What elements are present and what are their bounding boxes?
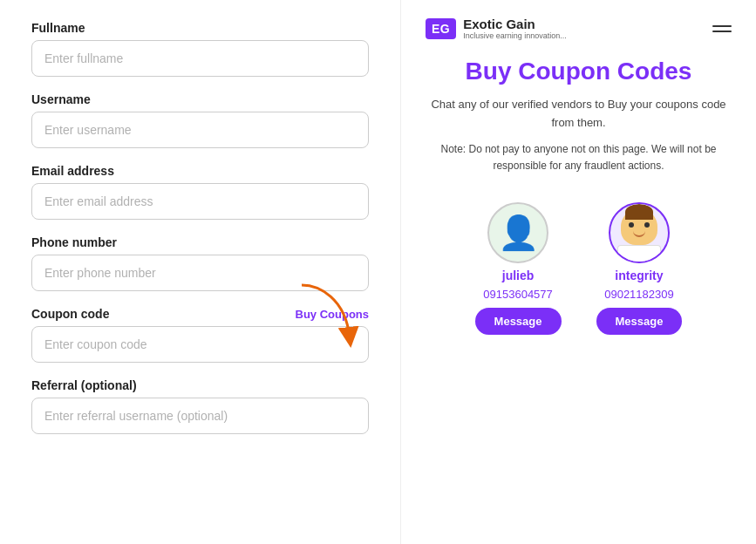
logo-badge: EG: [426, 18, 456, 39]
fullname-label: Fullname: [31, 21, 369, 35]
logo-text: Exotic Gain Inclusive earning innovation…: [463, 17, 567, 40]
phone-input[interactable]: [31, 255, 369, 291]
vendors-list: 👤 julieb 09153604577 Message: [426, 202, 732, 335]
fullname-input[interactable]: [31, 40, 369, 77]
logo-title: Exotic Gain: [463, 17, 567, 32]
user-icon: 👤: [498, 214, 539, 252]
vendor-name-integrity: integrity: [615, 269, 663, 282]
registration-form: Fullname Username Email address Phone nu…: [0, 0, 401, 544]
logo-subtitle: Inclusive earning innovation...: [463, 32, 567, 41]
username-label: Username: [31, 92, 369, 106]
message-button-integrity[interactable]: Message: [596, 308, 683, 335]
referral-group: Referral (optional): [31, 378, 369, 434]
buy-coupons-link[interactable]: Buy Coupons: [296, 308, 370, 321]
right-panel: EG Exotic Gain Inclusive earning innovat…: [401, 0, 756, 544]
message-button-julieb[interactable]: Message: [475, 308, 562, 335]
vendor-avatar-julieb: 👤: [487, 202, 548, 263]
referral-input[interactable]: [31, 398, 369, 434]
hamburger-line-1: [712, 25, 732, 27]
menu-button[interactable]: [712, 25, 732, 32]
email-label: Email address: [31, 164, 369, 178]
buy-note: Note: Do not pay to anyone not on this p…: [426, 141, 732, 174]
logo: EG Exotic Gain Inclusive earning innovat…: [426, 17, 567, 40]
coupon-input[interactable]: [31, 326, 369, 363]
header: EG Exotic Gain Inclusive earning innovat…: [426, 17, 732, 40]
coupon-group: Coupon code Buy Coupons: [31, 307, 369, 363]
vendor-phone-integrity: 09021182309: [604, 288, 674, 301]
hamburger-line-2: [712, 31, 732, 32]
vendor-phone-julieb: 09153604577: [483, 288, 553, 301]
vendor-avatar-integrity: [609, 202, 670, 263]
right-content: Buy Coupon Codes Chat any of our verifie…: [426, 58, 732, 335]
username-input[interactable]: [31, 112, 369, 148]
phone-label: Phone number: [31, 235, 369, 249]
vendor-name-julieb: julieb: [502, 269, 535, 282]
referral-label: Referral (optional): [31, 378, 369, 392]
username-group: Username: [31, 92, 369, 148]
vendor-card-julieb: 👤 julieb 09153604577 Message: [475, 202, 562, 335]
coupon-label: Coupon code: [31, 307, 109, 321]
phone-group: Phone number: [31, 235, 369, 291]
page-title: Buy Coupon Codes: [426, 58, 732, 85]
buy-description: Chat any of our verified vendors to Buy …: [426, 96, 732, 133]
email-input[interactable]: [31, 183, 369, 220]
email-group: Email address: [31, 164, 369, 220]
fullname-group: Fullname: [31, 21, 369, 77]
vendor-card-integrity: integrity 09021182309 Message: [596, 202, 683, 335]
